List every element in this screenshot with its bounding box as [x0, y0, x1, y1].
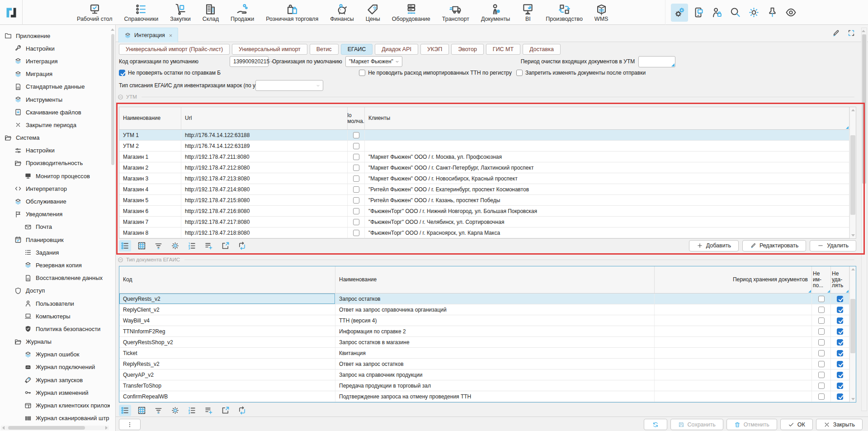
no-import-checkbox[interactable]: [818, 393, 825, 400]
utm-default-checkbox[interactable]: [353, 154, 359, 160]
utm-default-checkbox[interactable]: [353, 132, 359, 138]
utm-default-checkbox[interactable]: [353, 175, 359, 182]
sidebar-item[interactable]: Резервная копия: [0, 259, 110, 271]
list-view-button[interactable]: [119, 240, 131, 251]
writeoff-select[interactable]: [255, 80, 323, 91]
table-row[interactable]: TTNInformF2RegИнформация по справке 2: [119, 326, 849, 337]
table-row[interactable]: Магазин 3http://192.178.47.213:8080"Марк…: [119, 173, 849, 184]
sidebar-item[interactable]: Миграция: [0, 68, 110, 81]
column-header[interactable]: Код: [119, 266, 335, 293]
no-delete-checkbox[interactable]: [837, 296, 843, 302]
no-import-checkbox[interactable]: [818, 361, 825, 367]
app-logo[interactable]: [0, 0, 23, 25]
column-header[interactable]: Период хранения документов: [655, 266, 812, 293]
reload-button[interactable]: [236, 240, 248, 251]
menu-item-stock[interactable]: Склад: [202, 0, 220, 25]
table-row[interactable]: ConfirmRepealWBПодтверждение запроса на …: [119, 391, 849, 402]
settings-button[interactable]: [671, 4, 688, 22]
no-delete-checkbox[interactable]: [837, 350, 843, 356]
sidebar-item[interactable]: Пользователи: [0, 297, 110, 310]
checkbox-forbid-edit[interactable]: Запретить изменять документы после отпра…: [516, 70, 646, 76]
sidebar-vertical-scrollbar[interactable]: [111, 27, 115, 423]
sidebar-item[interactable]: Журнал запусков: [0, 374, 110, 386]
sidebar-item[interactable]: Интерпретатор: [0, 182, 110, 195]
delete-button[interactable]: Удалить: [810, 240, 856, 251]
open-ext-button[interactable]: [219, 405, 231, 416]
menu-item-prices[interactable]: Цены: [365, 0, 381, 25]
sidebar-item[interactable]: Приложение: [0, 29, 110, 42]
menu-item-sales[interactable]: Продажи: [230, 0, 255, 25]
sidebar-item[interactable]: Журнал сканирований штр: [0, 412, 110, 425]
no-import-checkbox[interactable]: [818, 328, 825, 335]
sidebar-item[interactable]: Настройки: [0, 144, 110, 157]
refresh-button[interactable]: [644, 419, 667, 430]
subtab-4[interactable]: Диадок API: [375, 44, 418, 55]
filter-button[interactable]: [152, 405, 165, 416]
numbered-button[interactable]: [186, 240, 198, 251]
menu-item-documents[interactable]: Документы: [480, 0, 511, 25]
menu-item-finance[interactable]: Финансы: [329, 0, 354, 25]
utm-default-checkbox[interactable]: [353, 186, 359, 193]
sidebar-item[interactable]: Журнал изменений: [0, 386, 110, 399]
no-import-checkbox[interactable]: [818, 372, 825, 378]
grid-button[interactable]: [136, 240, 148, 251]
table-row[interactable]: QueryRests_v2Запрос остатков: [119, 294, 849, 304]
menu-item-equipment[interactable]: Оборудование: [391, 0, 431, 25]
column-header[interactable]: Не им- по...: [812, 266, 831, 293]
menu-item-desktop[interactable]: Рабочий стол: [76, 0, 113, 25]
subtab-6[interactable]: Эвотор: [451, 44, 484, 55]
sidebar-item[interactable]: Журналы: [0, 336, 110, 348]
no-import-checkbox[interactable]: [818, 383, 825, 389]
table-row[interactable]: WayBill_v4ТТН (версия 4): [119, 315, 849, 326]
edit-button[interactable]: Редактировать: [742, 240, 806, 251]
table-row[interactable]: Магазин 5http://192.178.47.215:8080"Рите…: [119, 195, 849, 206]
no-delete-checkbox[interactable]: [837, 361, 843, 367]
no-import-checkbox[interactable]: [818, 317, 825, 324]
table-row[interactable]: QueryAP_v2Запрос на справочник продукции: [119, 369, 849, 380]
numbered-button[interactable]: [186, 405, 198, 416]
save-button[interactable]: Сохранить: [670, 419, 723, 430]
sidebar-item[interactable]: Журнал клиентских прилож: [0, 399, 110, 412]
brightness-button[interactable]: [745, 4, 762, 22]
subtab-8[interactable]: Доставка: [523, 44, 561, 55]
table-row[interactable]: Магазин 8http://192.178.47.218:8080"Фьюж…: [119, 227, 849, 238]
filter-button[interactable]: [152, 240, 165, 251]
org-code-select[interactable]: 139900920215: [230, 56, 269, 67]
sidebar-item[interactable]: Планировщик: [0, 233, 110, 246]
no-delete-checkbox[interactable]: [837, 339, 843, 346]
subtab-5[interactable]: УКЭП: [420, 44, 449, 55]
sidebar-item[interactable]: Компьютеры: [0, 310, 110, 322]
sidebar-item[interactable]: Политика безопасности: [0, 322, 110, 335]
column-header[interactable]: Клиенты: [365, 107, 849, 129]
column-header[interactable]: Url: [181, 107, 348, 129]
no-delete-checkbox[interactable]: [837, 383, 843, 389]
org-select[interactable]: "Маркет Фьюжен" ООО: [345, 56, 402, 67]
no-delete-checkbox[interactable]: [837, 372, 843, 378]
table-row[interactable]: Магазин 6http://192.178.47.216:8080"Фьюж…: [119, 206, 849, 217]
sidebar-item[interactable]: Инструменты: [0, 93, 110, 106]
collapse-icon[interactable]: [118, 257, 123, 263]
close-button[interactable]: Закрыть: [816, 419, 863, 430]
column-header[interactable]: Наименование: [335, 266, 655, 293]
subtab-2[interactable]: Ветис: [310, 44, 339, 55]
sidebar-item[interactable]: Почта: [0, 221, 110, 233]
checkbox-no-check-rests[interactable]: Не проверять остатки по справкам Б: [119, 70, 221, 76]
gear-button[interactable]: [169, 405, 181, 416]
sidebar-item[interactable]: Интеграция: [0, 55, 110, 67]
utm-default-checkbox[interactable]: [353, 165, 359, 171]
menu-item-catalogs[interactable]: Справочники: [123, 0, 159, 25]
utm-default-checkbox[interactable]: [353, 219, 359, 225]
sidebar-item[interactable]: Уведомления: [0, 208, 110, 221]
add-button[interactable]: Добавить: [689, 240, 739, 251]
sidebar-item[interactable]: Обслуживание: [0, 195, 110, 208]
table-row[interactable]: Магазин 4http://192.178.47.214:8080"Рите…: [119, 184, 849, 195]
grid-button[interactable]: [136, 405, 148, 416]
column-header[interactable]: Не уда- лять: [831, 266, 849, 293]
sidebar-item[interactable]: Журнал подключений: [0, 361, 110, 374]
checkbox[interactable]: [119, 70, 125, 76]
add-row-button[interactable]: [203, 240, 215, 251]
visibility-button[interactable]: [782, 4, 799, 22]
table-row[interactable]: TransferToShopПередача продукции в торго…: [119, 380, 849, 391]
main-vertical-scrollbar[interactable]: [861, 28, 867, 411]
no-delete-checkbox[interactable]: [837, 393, 843, 400]
